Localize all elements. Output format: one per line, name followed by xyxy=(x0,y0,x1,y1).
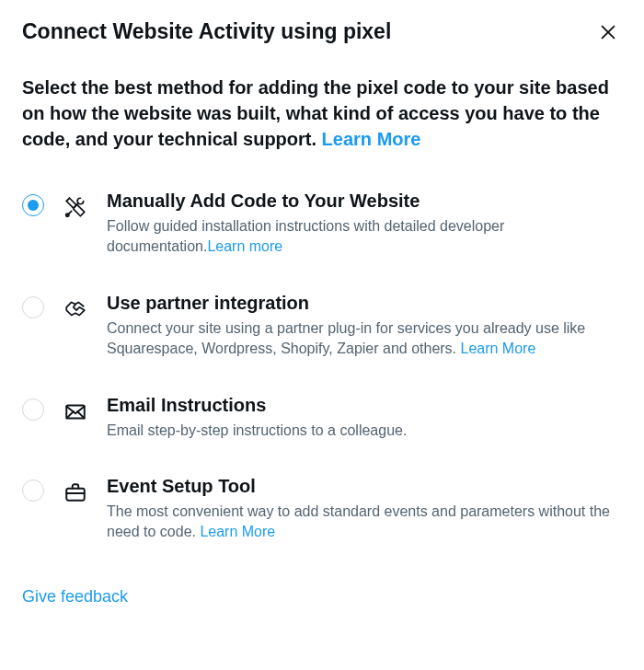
modal-header: Connect Website Activity using pixel xyxy=(22,18,622,49)
option-desc: The most convenient way to add standard … xyxy=(107,502,622,543)
close-button[interactable] xyxy=(594,18,622,49)
handshake-icon xyxy=(63,296,88,322)
option-title: Event Setup Tool xyxy=(107,474,622,498)
learn-more-link[interactable]: Learn More xyxy=(200,524,275,539)
option-email-instructions[interactable]: Email Instructions Email step-by-step in… xyxy=(22,393,622,441)
learn-more-link[interactable]: Learn More xyxy=(461,341,536,356)
option-event-setup-tool[interactable]: Event Setup Tool The most convenient way… xyxy=(22,474,622,543)
briefcase-icon xyxy=(63,479,88,505)
option-title: Use partner integration xyxy=(107,291,622,315)
option-title: Manually Add Code to Your Website xyxy=(107,189,622,213)
option-body: Email Instructions Email step-by-step in… xyxy=(107,393,622,441)
intro-learn-more-link[interactable]: Learn More xyxy=(322,129,421,149)
option-body: Use partner integration Connect your sit… xyxy=(107,291,622,360)
option-body: Manually Add Code to Your Website Follow… xyxy=(107,189,622,258)
option-desc: Follow guided installation instructions … xyxy=(107,216,622,258)
give-feedback-link[interactable]: Give feedback xyxy=(22,587,622,606)
option-desc: Email step-by-step instructions to a col… xyxy=(107,421,622,441)
tools-icon xyxy=(63,194,88,220)
intro-text: Select the best method for adding the pi… xyxy=(22,75,622,152)
svg-rect-4 xyxy=(66,489,85,501)
close-icon xyxy=(598,22,618,45)
modal-title: Connect Website Activity using pixel xyxy=(22,18,391,46)
option-partner-integration[interactable]: Use partner integration Connect your sit… xyxy=(22,291,622,360)
option-manual-code[interactable]: Manually Add Code to Your Website Follow… xyxy=(22,189,622,258)
option-body: Event Setup Tool The most convenient way… xyxy=(107,474,622,543)
options-list: Manually Add Code to Your Website Follow… xyxy=(22,189,622,543)
radio-email-instructions[interactable] xyxy=(22,399,44,421)
radio-event-setup-tool[interactable] xyxy=(22,479,44,502)
intro-body: Select the best method for adding the pi… xyxy=(22,77,609,149)
radio-partner-integration[interactable] xyxy=(22,296,44,318)
radio-manual-code[interactable] xyxy=(22,194,44,216)
learn-more-link[interactable]: Learn more xyxy=(207,238,282,254)
email-icon xyxy=(63,399,88,424)
option-title: Email Instructions xyxy=(107,393,622,417)
option-desc: Connect your site using a partner plug-i… xyxy=(107,318,622,360)
